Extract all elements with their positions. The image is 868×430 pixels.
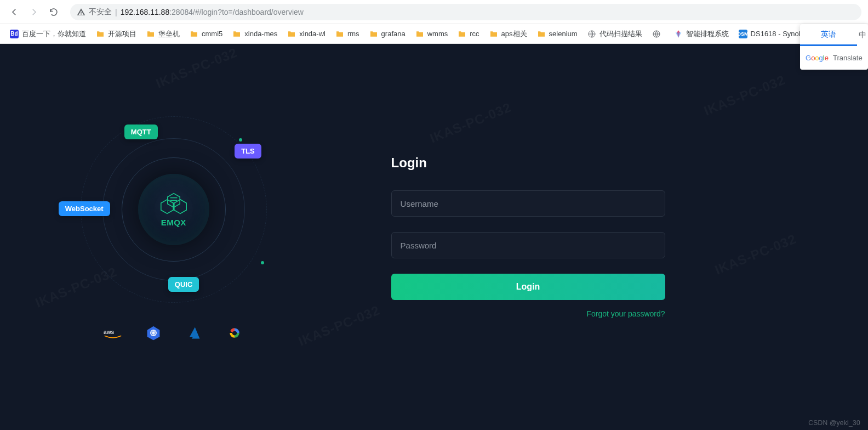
bookmark-item[interactable]: wmms [411,27,453,41]
bookmark-item[interactable] [648,27,669,41]
separator: | [115,8,117,16]
warning-icon [77,8,85,16]
bookmark-label: aps相关 [501,29,527,39]
login-panel: Login Login Forgot your password? [347,44,868,430]
bookmark-item[interactable]: 代码扫描结果 [583,27,647,41]
folder-icon [335,30,344,38]
translate-popup: 英语 中 Google Translate [800,24,868,70]
folder-icon [232,30,241,38]
bookmark-item[interactable]: 开源项目 [92,27,141,41]
login-button[interactable]: Login [391,274,665,300]
diamond-icon [674,30,683,38]
globe-icon [587,30,596,38]
baidu-icon: Bd [10,30,19,38]
insecure-label: 不安全 [89,7,112,17]
folder-icon [415,30,424,38]
bookmark-label: rcc [470,30,479,38]
bookmark-item[interactable]: rms [331,27,364,41]
translate-brand: Translate [833,54,863,62]
hero-panel: EMQX MQTT TLS QUIC WebSocket aws [0,44,347,430]
arrow-right-icon [29,7,39,17]
bookmark-label: 堡垒机 [158,29,180,39]
folder-icon [146,30,155,38]
credit-watermark: CSDN @yeki_30 [808,419,860,427]
orbit-graphic: EMQX MQTT TLS QUIC WebSocket [75,111,272,308]
folder-icon [287,30,296,38]
folder-icon [190,30,198,38]
bookmark-label: 开源项目 [108,29,136,39]
browser-toolbar: 不安全 | 192.168.11.88:28084/#/login?to=/da… [0,0,868,24]
chip-quic: QUIC [168,277,199,292]
bookmark-label: wmms [427,30,448,38]
chip-mqtt: MQTT [124,125,158,139]
url-text: 192.168.11.88:28084/#/login?to=/dashboar… [121,8,304,16]
bookmark-item[interactable]: xinda-mes [228,27,282,41]
folder-icon [96,30,105,38]
reload-icon [49,7,59,17]
login-form: Login Login Forgot your password? [391,155,665,319]
insecure-indicator: 不安全 [77,7,112,17]
google-logo-icon: Google [806,54,829,62]
bookmark-label: grafana [381,30,406,38]
google-cloud-icon [225,325,244,341]
bookmark-label: cmmi5 [202,30,222,38]
globe-icon [652,30,661,38]
bookmark-bar: Bd百度一下，你就知道开源项目堡垒机cmmi5xinda-mesxinda-wl… [0,24,868,44]
bookmark-item[interactable]: grafana [365,27,410,41]
bookmark-label: 代码扫描结果 [599,29,642,39]
bookmark-item[interactable]: cmmi5 [185,27,227,41]
bookmark-item[interactable]: xinda-wl [283,27,330,41]
svg-text:aws: aws [104,329,115,335]
bookmark-item[interactable]: 堡垒机 [142,27,184,41]
reload-button[interactable] [46,4,61,20]
chip-websocket: WebSocket [59,201,110,216]
arrow-left-icon [9,7,19,17]
folder-icon [489,30,498,38]
bookmark-label: rms [347,30,359,38]
bookmark-label: xinda-wl [299,30,326,38]
username-input[interactable] [391,190,665,217]
bookmark-label: 百度一下，你就知道 [22,29,86,39]
address-bar[interactable]: 不安全 | 192.168.11.88:28084/#/login?to=/da… [70,4,861,20]
bookmark-label: selenium [549,30,578,38]
kubernetes-icon [144,325,163,341]
bookmark-item[interactable]: rcc [453,27,483,41]
cloud-provider-row: aws [104,325,244,341]
back-button[interactable] [7,4,22,20]
dsm-icon: DSM [739,30,747,38]
bookmark-label: 智能排程系统 [686,29,729,39]
folder-icon [537,30,546,38]
chip-tls: TLS [235,144,261,159]
bookmark-label: xinda-mes [244,30,277,38]
forward-button[interactable] [26,4,42,20]
aws-icon: aws [104,325,122,341]
bookmark-item[interactable]: 智能排程系统 [670,27,733,41]
page-content: IKAS-PC-032 IKAS-PC-032 IKAS-PC-032 IKAS… [0,44,868,430]
login-title: Login [391,155,665,171]
bookmark-item[interactable]: aps相关 [485,27,532,41]
folder-icon [369,30,378,38]
bookmark-item[interactable]: Bd百度一下，你就知道 [5,27,90,41]
azure-icon [185,325,203,341]
forgot-password-link[interactable]: Forgot your password? [586,309,665,318]
password-input[interactable] [391,232,665,258]
translate-tab-chinese[interactable]: 中 [857,24,868,46]
bookmark-item[interactable]: selenium [533,27,582,41]
folder-icon [458,30,466,38]
translate-tab-english[interactable]: 英语 [800,24,857,46]
